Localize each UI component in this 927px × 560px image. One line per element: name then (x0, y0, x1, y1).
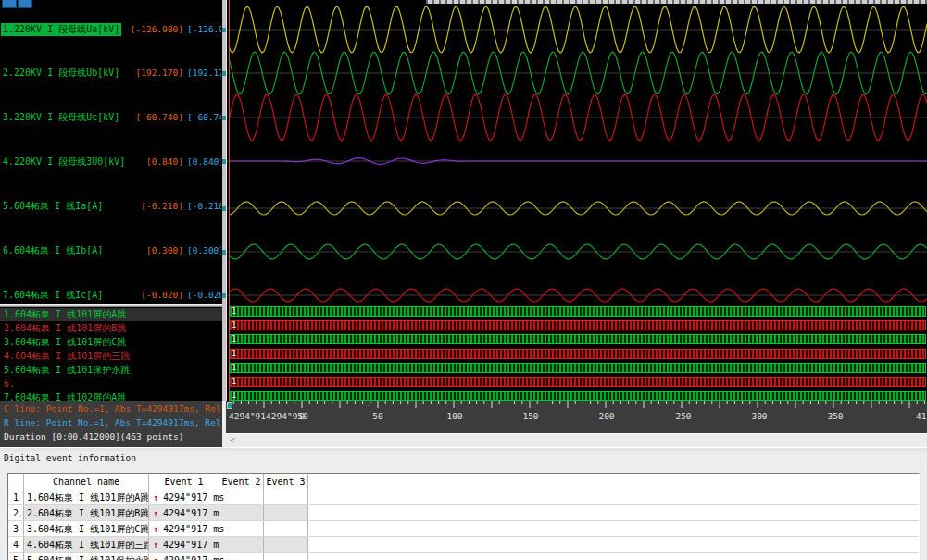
event3-cell (264, 505, 308, 520)
event1-cell: ↑4294"917 ms (149, 553, 219, 560)
event1-time: 4294"917 ms (163, 508, 224, 518)
analog-channel-label: 3.220KV I 段母线Uc[kV] (3, 111, 119, 124)
analog-channel-row[interactable]: 6.604柘泉 I 线Ib[A] [0.300] [0.300] (0, 244, 222, 257)
event2-cell (219, 490, 264, 504)
header-row-number (8, 474, 24, 490)
digital-channel-row[interactable]: 7.604柘泉 I 线102屏的A跳 (0, 392, 222, 401)
digital-channel-label: 5.604柘泉 I 线101保护永跳 (4, 364, 130, 377)
event-table-row[interactable]: 4 4.604柘泉 I 线101屏的三跳 ↑4294"917 ms (8, 537, 919, 553)
digital-channel-row[interactable]: 1.604柘泉 I 线101屏的A跳 (0, 308, 222, 321)
event3-cell (264, 521, 308, 536)
time-axis-ticks (226, 401, 927, 410)
digital-channel-label: 3.604柘泉 I 线101屏的C跳 (4, 336, 126, 349)
digital-channel-row[interactable]: 5.604柘泉 I 线101保护永跳 (0, 364, 222, 377)
r-cursor-value: [-0.210] (187, 200, 221, 213)
header-event2: Event 2 (219, 474, 264, 490)
header-event1: Event 1 (149, 474, 219, 490)
event1-cell: ↑4294"917 ms (149, 521, 219, 536)
time-axis-label: 350 (827, 411, 843, 421)
header-channel-name: Channel name (24, 474, 149, 490)
c-cursor-value: [-60.740] (128, 111, 183, 124)
r-cursor-value: [-60.740] (187, 111, 221, 124)
digital-channel-row[interactable]: 3.604柘泉 I 线101屏的C跳 (0, 336, 222, 349)
event-section-title: Digital event information (4, 453, 136, 463)
digital-channel-row[interactable]: 6. (0, 378, 222, 391)
event-channel-name: 4.604柘泉 I 线101屏的三跳 (24, 537, 149, 552)
analog-channel-row[interactable]: 2.220KV I 段母线Ub[kV] [192.170] [192.170] (0, 67, 222, 80)
digital-channel-bar: 1 (229, 363, 926, 373)
analog-channel-label: 5.604柘泉 I 线Ia[A] (3, 200, 103, 213)
rising-edge-icon: ↑ (153, 555, 158, 560)
time-axis-label: 100 (446, 411, 462, 421)
digital-channel-bar: 1 (229, 320, 926, 330)
event-row-number: 5 (8, 553, 24, 560)
digital-channel-bar: 1 (229, 334, 926, 344)
toolbar-button-2[interactable] (18, 0, 32, 8)
event-channel-name: 5.604柘泉 I 线101保护永跳 (24, 553, 149, 560)
time-axis-label: 50 (372, 411, 382, 421)
digital-channel-label: 2.604柘泉 I 线101屏的B跳 (4, 322, 126, 335)
analog-channel-row[interactable]: 3.220KV I 段母线Uc[kV] [-60.740] [-60.740] (0, 111, 222, 124)
r-cursor-value: [192.170] (187, 67, 221, 80)
analog-channel-row[interactable]: 4.220KV I 段母线3U0[kV] [0.840] [0.840] (0, 156, 222, 168)
event1-time: 4294"917 ms (163, 555, 224, 560)
waveform-display-area[interactable]: 1 1 1 1 1 1 1 (226, 0, 927, 401)
time-axis-label: 250 (675, 411, 691, 421)
rising-edge-icon: ↑ (153, 540, 158, 550)
analog-channel-label: 4.220KV I 段母线3U0[kV] (3, 156, 125, 168)
event-table-header: Channel name Event 1 Event 2 Event 3 (8, 474, 919, 490)
c-cursor-value: [-0.210] (128, 200, 183, 213)
digital-channel-label: 1.604柘泉 I 线101屏的A跳 (4, 308, 126, 321)
event-table-row[interactable]: 2 2.604柘泉 I 线101屏的B跳 ↑4294"917 ms (8, 505, 919, 521)
c-cursor-value: [0.840] (128, 156, 183, 168)
event-channel-name: 2.604柘泉 I 线101屏的B跳 (24, 505, 149, 520)
event-row-number: 2 (8, 505, 24, 520)
rising-edge-icon: ↑ (153, 508, 158, 518)
analog-channel-label: 6.604柘泉 I 线Ib[A] (3, 244, 103, 257)
digital-state-value: 1 (232, 349, 236, 359)
analog-channel-row[interactable]: 1.220KV I 段母线Ua[kV] [-126.980] [-126.980… (0, 23, 222, 36)
c-cursor-value: [0.300] (128, 244, 183, 257)
rising-edge-icon: ↑ (153, 492, 158, 503)
event-table-row[interactable]: 1 1.604柘泉 I 线101屏的A跳 ↑4294"917 ms (8, 490, 919, 505)
digital-channel-row[interactable]: 4.604柘泉 I 线101屏的三跳 (0, 350, 222, 363)
analog-channel-label: 7.604柘泉 I 线Ic[A] (3, 289, 103, 302)
time-axis-label: 4294"914294"950 (229, 411, 308, 421)
digital-state-value: 1 (232, 306, 236, 317)
digital-channel-bar: 1 (229, 306, 926, 317)
r-cursor-value: [-0.020] (187, 289, 221, 302)
event2-cell (219, 553, 264, 560)
event1-cell: ↑4294"917 ms (149, 505, 219, 520)
event-table-row[interactable]: 3 3.604柘泉 I 线101屏的C跳 ↑4294"917 ms (8, 521, 919, 537)
analog-channel-row[interactable]: 5.604柘泉 I 线Ia[A] [-0.210] [-0.210] (0, 200, 222, 213)
event2-cell (219, 505, 264, 520)
event1-time: 4294"917 ms (163, 492, 224, 503)
event1-cell: ↑4294"917 ms (149, 537, 219, 552)
time-axis-label: 150 (522, 411, 538, 421)
clipped-titlebar-text (426, 0, 927, 4)
waveform-analyzer-window: 1.220KV I 段母线Ua[kV] [-126.980] [-126.980… (0, 0, 927, 560)
event-table-row[interactable]: 5 5.604柘泉 I 线101保护永跳 ↑4294"917 ms (8, 553, 919, 560)
time-axis-label: 200 (598, 411, 614, 421)
digital-state-value: 1 (232, 363, 236, 373)
r-cursor-value: [0.300] (187, 244, 221, 257)
event3-cell (264, 553, 308, 560)
analog-channel-row[interactable]: 7.604柘泉 I 线Ic[A] [-0.020] [-0.020] (0, 289, 222, 302)
cursor-status-bar: C line: Point No.=1, Abs T=4294917ms, Re… (0, 401, 222, 447)
toolbar-button-1[interactable] (2, 0, 17, 8)
digital-channel-row[interactable]: 2.604柘泉 I 线101屏的B跳 (0, 322, 222, 335)
c-cursor-line[interactable] (229, 0, 230, 401)
time-axis-label: 0 (299, 411, 305, 421)
event1-time: 4294"917 ms (163, 524, 224, 534)
analog-channel-label: 1.220KV I 段母线Ua[kV] (1, 23, 121, 36)
r-cursor-status: R line: Point No.=1, Abs T=4294917ms, Re… (4, 417, 222, 428)
cursor-flag-icon[interactable] (227, 402, 232, 409)
r-cursor-value: [-126.980] (187, 23, 221, 36)
scroll-left-icon[interactable]: < (230, 435, 235, 445)
digital-state-value: 1 (232, 320, 236, 330)
horizontal-scrollbar[interactable]: < (226, 433, 927, 447)
time-axis-label: 300 (751, 411, 767, 421)
digital-channel-bar: 1 (229, 349, 926, 359)
event1-time: 4294"917 ms (163, 540, 224, 550)
event-row-number: 4 (8, 537, 24, 552)
